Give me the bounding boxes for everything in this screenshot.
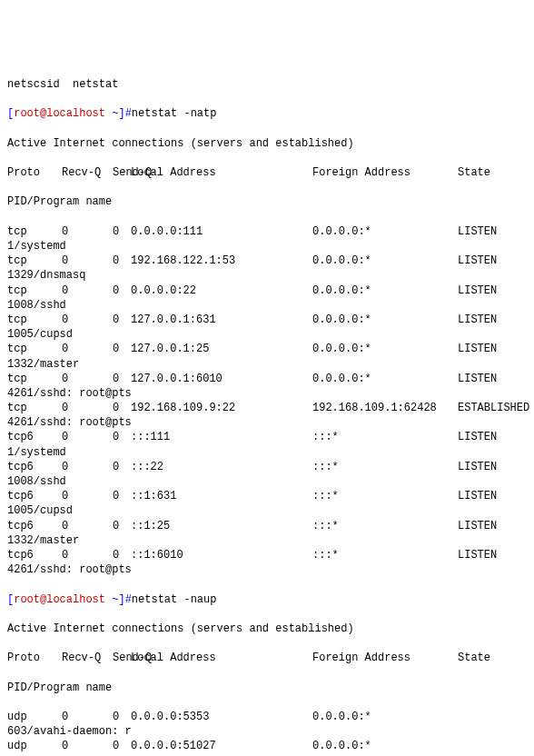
active-header-2: Active Internet connections (servers and…: [7, 622, 534, 636]
table-row: tcp00 127.0.0.1:60100.0.0.0:*LISTEN: [7, 372, 534, 386]
pid-prog: 1/systemd: [7, 445, 534, 460]
table-row: udp00 0.0.0.0:510270.0.0.0:*: [7, 739, 534, 753]
pre-line: netscsid netstat: [7, 77, 534, 92]
table-row: tcp00 0.0.0.0:220.0.0.0:*LISTEN: [7, 284, 534, 298]
terminal-output: netscsid netstat [root@localhost ~]#nets…: [7, 63, 534, 756]
pid-prog: 4261/sshd: root@pts: [7, 386, 534, 401]
pid-prog: 1005/cupsd: [7, 503, 534, 518]
prompt-line-2: [root@localhost ~]#netstat -naup: [7, 592, 534, 607]
pid-prog: 1005/cupsd: [7, 327, 534, 342]
table-row: tcp00 192.168.109.9:22192.168.109.1:6242…: [7, 401, 534, 415]
table-row: udp00 0.0.0.0:53530.0.0.0:*: [7, 710, 534, 724]
column-header-1: ProtoRecv-QSend-QLocal AddressForeign Ad…: [7, 165, 534, 180]
column-header-pidprog-2: PID/Program name: [7, 681, 534, 695]
column-header-2: ProtoRecv-QSend-QLocal AddressForeign Ad…: [7, 651, 534, 665]
table-row: tcp00 127.0.0.1:250.0.0.0:*LISTEN: [7, 342, 534, 356]
table-row: tcp600 :::22:::*LISTEN: [7, 460, 534, 474]
table-row: tcp00 192.168.122.1:530.0.0.0:*LISTEN: [7, 254, 534, 268]
pid-prog: 4261/sshd: root@pts: [7, 415, 534, 430]
pid-prog: 1008/sshd: [7, 298, 534, 313]
column-header-pidprog-1: PID/Program name: [7, 194, 534, 209]
pid-prog: 1332/master: [7, 533, 534, 548]
pid-prog: 1332/master: [7, 357, 534, 372]
table-row: tcp600 ::1:631:::*LISTEN: [7, 489, 534, 503]
pid-prog: 1008/sshd: [7, 474, 534, 489]
command-2: netstat -naup: [132, 593, 217, 606]
pid-prog: 4261/sshd: root@pts: [7, 562, 534, 577]
prompt-line-1: [root@localhost ~]#netstat -natp: [7, 106, 534, 121]
table-row: tcp600 ::1:25:::*LISTEN: [7, 519, 534, 533]
table-row: tcp00 0.0.0.0:1110.0.0.0:*LISTEN: [7, 224, 534, 239]
tcp-rows: tcp00 0.0.0.0:1110.0.0.0:*LISTEN1/system…: [7, 224, 534, 578]
table-row: tcp600 ::1:6010:::*LISTEN: [7, 548, 534, 562]
active-header-1: Active Internet connections (servers and…: [7, 136, 534, 151]
pid-prog: 603/avahi-daemon: r: [7, 724, 534, 739]
pid-prog: 1329/dnsmasq: [7, 268, 534, 283]
table-row: tcp600 :::111:::*LISTEN: [7, 430, 534, 444]
pid-prog: 1/systemd: [7, 239, 534, 254]
command-1: netstat -natp: [132, 107, 217, 120]
udp-rows: udp00 0.0.0.0:53530.0.0.0:*603/avahi-dae…: [7, 710, 534, 756]
table-row: tcp00 127.0.0.1:6310.0.0.0:*LISTEN: [7, 313, 534, 327]
